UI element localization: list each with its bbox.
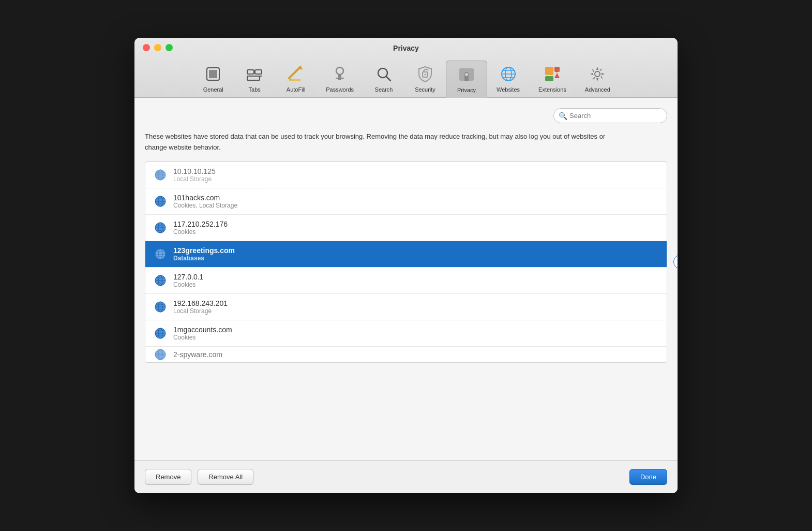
item-name: 127.0.0.1 <box>173 273 203 281</box>
globe-icon <box>154 327 167 340</box>
remove-all-button[interactable]: Remove All <box>198 469 253 485</box>
toolbar-item-websites[interactable]: Websites <box>487 61 529 97</box>
website-list: 10.10.10.125 Local Storage <box>145 161 667 363</box>
item-info: 123greetings.com Databases <box>173 246 235 262</box>
window-title: Privacy <box>143 44 669 52</box>
tabs-label: Tabs <box>249 86 261 93</box>
tabs-icon <box>244 64 265 84</box>
list-item[interactable]: 2-spyware.com <box>145 347 667 362</box>
bottom-left-buttons: Remove Remove All <box>145 469 253 485</box>
advanced-label: Advanced <box>585 86 610 93</box>
globe-icon <box>154 348 167 361</box>
svg-point-10 <box>336 67 343 75</box>
search-icon: 🔍 <box>559 112 567 120</box>
toolbar-item-security[interactable]: Security <box>404 61 446 97</box>
item-type: Local Storage <box>173 307 228 315</box>
toolbar-item-advanced[interactable]: Advanced <box>576 61 620 97</box>
close-button[interactable] <box>143 44 150 51</box>
websites-icon <box>498 64 519 84</box>
item-info: 101hacks.com Cookies, Local Storage <box>173 194 237 209</box>
privacy-label: Privacy <box>457 87 476 93</box>
list-item[interactable]: 127.0.0.1 Cookies <box>145 268 667 294</box>
remove-button[interactable]: Remove <box>145 469 191 485</box>
list-item-selected[interactable]: 123greetings.com Databases <box>145 241 667 268</box>
item-type: Cookies <box>173 334 232 341</box>
item-name: 101hacks.com <box>173 194 237 202</box>
item-name: 117.210.252.176 <box>173 220 228 228</box>
search-input-wrapper: 🔍 <box>553 108 667 123</box>
toolbar-item-extensions[interactable]: Extensions <box>529 61 576 97</box>
item-name: 1mgaccounts.com <box>173 326 232 334</box>
item-info: 1mgaccounts.com Cookies <box>173 326 232 341</box>
toolbar-item-search[interactable]: Search <box>363 61 404 97</box>
item-name: 10.10.10.125 <box>173 167 216 175</box>
panel-container: 10.10.10.125 Local Storage <box>145 161 667 363</box>
content-area: 🔍 These websites have stored data that c… <box>134 98 678 460</box>
toolbar-item-passwords[interactable]: Passwords <box>317 61 363 97</box>
svg-rect-24 <box>545 67 553 75</box>
item-info: 117.210.252.176 Cookies <box>173 220 228 235</box>
help-button[interactable]: ? <box>673 255 678 269</box>
main-window: Privacy General <box>134 38 678 493</box>
globe-icon <box>154 221 167 234</box>
autofill-icon <box>285 64 306 84</box>
svg-rect-5 <box>247 76 260 80</box>
general-icon <box>203 64 223 84</box>
description-text: These websites have stored data that can… <box>145 131 610 153</box>
general-label: General <box>203 86 223 93</box>
item-type: Cookies <box>173 281 203 288</box>
svg-rect-3 <box>255 70 262 74</box>
passwords-label: Passwords <box>326 86 354 93</box>
privacy-icon <box>456 64 477 85</box>
svg-rect-11 <box>338 74 341 80</box>
websites-label: Websites <box>497 86 520 93</box>
minimize-button[interactable] <box>154 44 161 51</box>
search-toolbar-icon <box>373 64 394 84</box>
item-name: 123greetings.com <box>173 246 235 255</box>
list-item[interactable]: 101hacks.com Cookies, Local Storage <box>145 188 667 215</box>
svg-point-18 <box>465 73 468 76</box>
globe-icon <box>154 168 167 182</box>
toolbar-item-autofill[interactable]: AutoFill <box>275 61 317 97</box>
item-info: 10.10.10.125 Local Storage <box>173 167 216 183</box>
globe-icon <box>154 247 167 261</box>
svg-marker-26 <box>554 73 560 78</box>
list-item[interactable]: 192.168.243.201 Local Storage <box>145 294 667 320</box>
globe-icon <box>154 274 167 287</box>
svg-rect-27 <box>545 76 553 81</box>
toolbar: General Tabs <box>143 56 669 97</box>
item-info: 192.168.243.201 Local Storage <box>173 299 228 315</box>
search-bar-container: 🔍 <box>145 108 667 123</box>
search-input[interactable] <box>553 108 667 123</box>
done-button[interactable]: Done <box>629 469 667 485</box>
svg-rect-2 <box>247 70 254 74</box>
passwords-icon <box>329 64 350 84</box>
svg-line-14 <box>386 77 390 81</box>
item-name: 192.168.243.201 <box>173 299 228 307</box>
list-item[interactable]: 117.210.252.176 Cookies <box>145 215 667 241</box>
extensions-icon <box>542 64 563 84</box>
svg-point-28 <box>595 71 600 77</box>
svg-line-7 <box>289 67 300 78</box>
security-icon <box>415 64 435 84</box>
search-toolbar-label: Search <box>375 86 393 93</box>
globe-icon <box>154 195 167 208</box>
title-bar: Privacy General <box>134 38 678 98</box>
item-type: Cookies <box>173 228 228 235</box>
globe-icon <box>154 300 167 314</box>
item-type: Cookies, Local Storage <box>173 202 237 209</box>
toolbar-item-tabs[interactable]: Tabs <box>234 61 275 97</box>
toolbar-item-general[interactable]: General <box>192 61 234 97</box>
toolbar-item-privacy[interactable]: Privacy <box>446 61 487 98</box>
list-item[interactable]: 10.10.10.125 Local Storage <box>145 162 667 188</box>
security-label: Security <box>415 86 435 93</box>
list-item[interactable]: 1mgaccounts.com Cookies <box>145 320 667 347</box>
svg-point-16 <box>425 74 426 76</box>
svg-rect-1 <box>209 70 217 78</box>
advanced-icon <box>587 64 608 84</box>
extensions-label: Extensions <box>538 86 566 93</box>
maximize-button[interactable] <box>166 44 173 51</box>
bottom-bar: Remove Remove All Done <box>134 460 678 493</box>
item-type: Databases <box>173 255 235 262</box>
item-info: 127.0.0.1 Cookies <box>173 273 203 288</box>
